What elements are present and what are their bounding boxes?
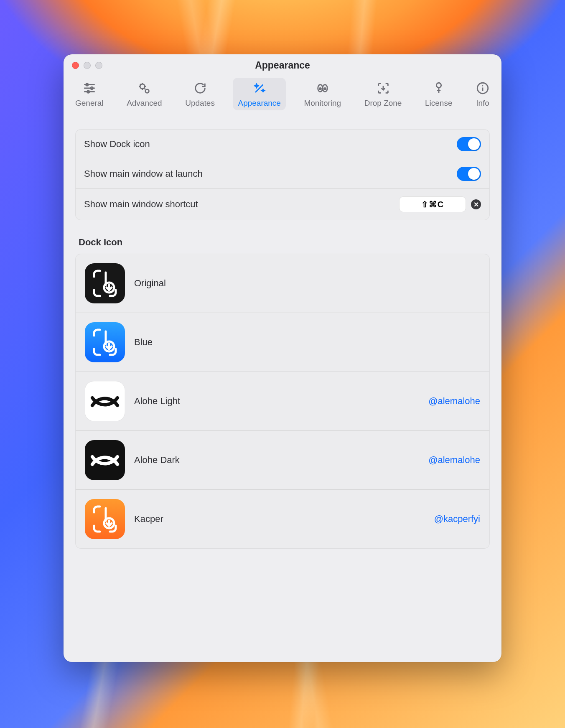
tab-label: Monitoring (304, 99, 341, 108)
info-icon (476, 81, 490, 95)
dock-icon-thumb-blue (85, 322, 125, 362)
dock-icon-item-original[interactable]: Original (76, 254, 489, 313)
svg-point-12 (436, 83, 441, 87)
dock-icon-item-alohe-dark[interactable]: Alohe Dark @alemalohe (76, 430, 489, 489)
tab-label: General (75, 99, 104, 108)
svg-point-10 (319, 88, 321, 89)
setting-label: Show Dock icon (84, 139, 150, 150)
dock-icon-thumb-kacper (85, 499, 125, 539)
content-area: Show Dock icon Show main window at launc… (64, 118, 501, 560)
setting-label: Show main window at launch (84, 168, 203, 179)
window-controls (72, 62, 102, 69)
dock-icon-item-alohe-light[interactable]: Alohe Light @alemalohe (76, 372, 489, 430)
close-button[interactable] (72, 62, 79, 69)
tab-advanced[interactable]: Advanced (122, 78, 167, 110)
minimize-button[interactable] (84, 62, 91, 69)
dock-icon-name: Blue (134, 337, 480, 348)
row-show-main-window-at-launch: Show main window at launch (76, 159, 489, 188)
settings-panel: Show Dock icon Show main window at launc… (75, 129, 490, 220)
dock-icon-thumb-original (85, 263, 125, 303)
dock-icon-name: Original (134, 278, 480, 289)
svg-rect-20 (85, 381, 125, 421)
svg-point-11 (324, 88, 326, 89)
toggle-knob (468, 168, 480, 180)
dropzone-icon (376, 81, 390, 95)
dock-icon-item-blue[interactable]: Blue (76, 313, 489, 372)
dock-icon-credit-link[interactable]: @kacperfyi (434, 514, 480, 524)
tab-label: Advanced (127, 99, 162, 108)
dock-icon-credit-link[interactable]: @alemalohe (428, 455, 480, 466)
shortcut-field[interactable]: ⇧⌘C (399, 196, 466, 212)
clear-shortcut-icon[interactable]: ✕ (471, 199, 481, 209)
tab-updates[interactable]: Updates (180, 78, 220, 110)
eyes-icon (316, 81, 330, 95)
sparkle-wand-icon (252, 81, 267, 95)
svg-point-7 (145, 89, 149, 93)
svg-rect-21 (85, 440, 125, 480)
shortcut-wrap: ⇧⌘C ✕ (399, 196, 481, 212)
sliders-icon (82, 81, 97, 95)
titlebar: Appearance (64, 54, 501, 76)
tab-license[interactable]: License (420, 78, 458, 110)
dock-icon-thumb-alohe-dark (85, 440, 125, 480)
refresh-icon (193, 81, 207, 95)
tab-info[interactable]: Info (471, 78, 495, 110)
dock-icon-thumb-alohe-light (85, 381, 125, 421)
preferences-toolbar: General Advanced Updates Appearance Moni… (64, 76, 501, 118)
dock-icon-section-title: Dock Icon (79, 237, 486, 248)
zoom-button[interactable] (95, 62, 102, 69)
row-show-dock-icon: Show Dock icon (76, 130, 489, 159)
toggle-knob (468, 138, 480, 150)
setting-label: Show main window shortcut (84, 199, 198, 210)
tab-label: Drop Zone (364, 99, 402, 108)
tab-label: Appearance (238, 99, 280, 108)
dock-icon-name: Alohe Dark (134, 455, 419, 466)
tab-drop-zone[interactable]: Drop Zone (359, 78, 407, 110)
dock-icon-name: Alohe Light (134, 396, 419, 407)
tab-label: Info (476, 99, 489, 108)
tab-label: Updates (185, 99, 215, 108)
dock-icon-item-kacper[interactable]: Kacper @kacperfyi (76, 489, 489, 548)
dock-icon-name: Kacper (134, 514, 425, 524)
dock-icon-list: Original (75, 254, 490, 549)
tab-appearance[interactable]: Appearance (233, 78, 285, 110)
toggle-show-main-window[interactable] (457, 167, 481, 181)
dock-icon-credit-link[interactable]: @alemalohe (428, 396, 480, 407)
toggle-show-dock-icon[interactable] (457, 137, 481, 151)
key-icon (432, 81, 446, 95)
gears-icon (137, 81, 151, 95)
svg-point-15 (482, 85, 484, 87)
row-show-main-window-shortcut: Show main window shortcut ⇧⌘C ✕ (76, 188, 489, 220)
preferences-window: Appearance General Advanced Updates App (64, 54, 501, 662)
tab-monitoring[interactable]: Monitoring (299, 78, 346, 110)
tab-general[interactable]: General (70, 78, 109, 110)
window-title: Appearance (64, 60, 501, 71)
tab-label: License (425, 99, 453, 108)
